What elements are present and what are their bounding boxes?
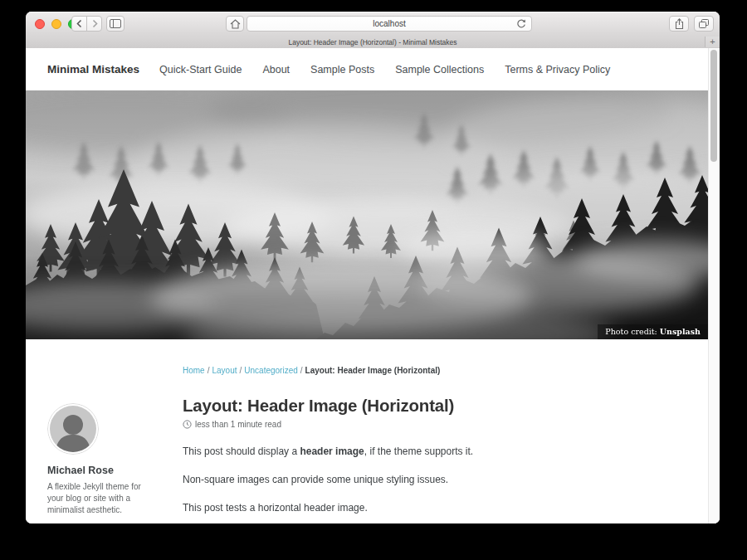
share-icon xyxy=(674,18,685,30)
post-paragraph: Non-square images can provide some uniqu… xyxy=(183,474,681,485)
read-time: less than 1 minute read xyxy=(195,420,281,429)
chevron-left-icon xyxy=(76,19,84,28)
photo-credit-prefix: Photo credit: xyxy=(605,327,659,336)
post-paragraph: This post tests a horizontal header imag… xyxy=(183,502,681,514)
author-avatar xyxy=(47,403,99,455)
nav-item-quick-start-guide[interactable]: Quick-Start Guide xyxy=(159,64,242,75)
post-paragraph: This post should display a header image,… xyxy=(183,446,681,457)
reload-button[interactable] xyxy=(515,18,527,30)
breadcrumb: Home/Layout/Uncategorized/Layout: Header… xyxy=(183,366,681,375)
nav-item-sample-collections[interactable]: Sample Collections xyxy=(395,64,484,75)
paragraph-text: , if the theme supports it. xyxy=(364,446,473,457)
breadcrumb-current: Layout: Header Image (Horizontal) xyxy=(305,366,441,375)
address-bar-url: localhost xyxy=(373,19,405,28)
breadcrumb-uncategorized-link[interactable]: Uncategorized xyxy=(244,366,297,375)
header-image: Photo credit: Unsplash xyxy=(26,90,720,339)
forward-button[interactable] xyxy=(86,16,102,32)
masthead: Minimal Mistakes Quick-Start Guide About… xyxy=(26,48,720,90)
back-button[interactable] xyxy=(71,16,87,32)
tabs-overview-icon xyxy=(698,18,710,29)
scrollbar-thumb[interactable] xyxy=(710,50,717,162)
tab-bar: Layout: Header Image (Horizontal) - Mini… xyxy=(26,37,720,49)
post-title: Layout: Header Image (Horizontal) xyxy=(183,396,681,416)
nav-item-about[interactable]: About xyxy=(262,64,290,75)
web-page: Minimal Mistakes Quick-Start Guide About… xyxy=(26,48,720,523)
minimize-window-button[interactable] xyxy=(51,19,61,29)
breadcrumb-separator: / xyxy=(208,366,210,375)
photo-credit-source[interactable]: Unsplash xyxy=(660,327,701,336)
sidebar-icon xyxy=(110,19,121,28)
address-bar[interactable]: localhost xyxy=(247,16,532,32)
photo-credit: Photo credit: Unsplash xyxy=(598,324,708,339)
sidebar-toggle-button[interactable] xyxy=(106,16,124,32)
post-meta: less than 1 minute read xyxy=(183,420,681,429)
share-button[interactable] xyxy=(669,16,689,32)
post-main: Home/Layout/Uncategorized/Layout: Header… xyxy=(183,366,681,514)
home-icon xyxy=(230,19,241,29)
paragraph-text: This post should display a xyxy=(183,446,300,457)
site-title-link[interactable]: Minimal Mistakes xyxy=(47,63,139,75)
post-section: Michael Rose A flexible Jekyll theme for… xyxy=(26,339,720,523)
home-button[interactable] xyxy=(226,16,244,32)
nav-item-sample-posts[interactable]: Sample Posts xyxy=(310,64,374,75)
site-nav: Quick-Start Guide About Sample Posts Sam… xyxy=(159,64,631,75)
nav-item-terms-privacy[interactable]: Terms & Privacy Policy xyxy=(505,64,610,75)
clock-icon xyxy=(183,420,192,429)
close-window-button[interactable] xyxy=(35,19,45,29)
paragraph-bold-text: header image xyxy=(300,446,364,457)
browser-toolbar: localhost xyxy=(26,12,720,37)
history-nav-group xyxy=(71,16,102,32)
breadcrumb-separator: / xyxy=(240,366,242,375)
foggy-forest-illustration xyxy=(26,90,720,339)
author-name: Michael Rose xyxy=(47,465,172,476)
new-tab-button[interactable]: + xyxy=(705,37,720,47)
chevron-right-icon xyxy=(90,19,99,28)
show-all-tabs-button[interactable] xyxy=(694,16,714,32)
page-scrollbar[interactable] xyxy=(708,48,720,523)
breadcrumb-home-link[interactable]: Home xyxy=(183,366,205,375)
browser-window: localhost Layout: Header Image (Horizont… xyxy=(26,12,720,523)
breadcrumb-separator: / xyxy=(300,366,303,375)
author-sidebar: Michael Rose A flexible Jekyll theme for… xyxy=(47,403,172,516)
reload-icon xyxy=(515,18,527,30)
author-bio: A flexible Jekyll theme for your blog or… xyxy=(47,481,145,516)
active-tab[interactable]: Layout: Header Image (Horizontal) - Mini… xyxy=(288,38,456,46)
breadcrumb-layout-link[interactable]: Layout xyxy=(212,366,237,375)
